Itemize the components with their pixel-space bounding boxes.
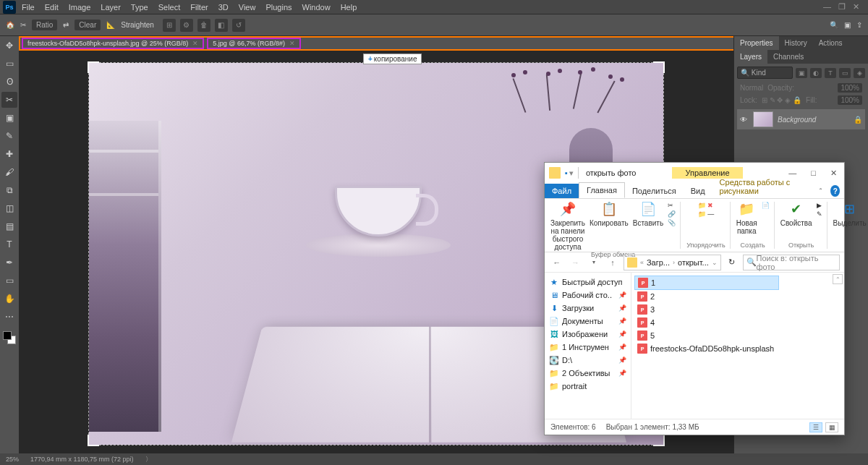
explorer-close-icon[interactable]: ✕ bbox=[827, 167, 840, 179]
layer-lock-icon[interactable]: 🔒 bbox=[854, 116, 862, 124]
tool-crop[interactable]: ✂ bbox=[1, 92, 17, 108]
sidebar-quick-access[interactable]: ★Быстрый доступ bbox=[545, 276, 631, 289]
menu-plugins[interactable]: Plugins bbox=[261, 1, 296, 13]
document-tab-2[interactable]: 5.jpg @ 66,7% (RGB/8#) ✕ bbox=[207, 38, 301, 49]
breadcrumb-bar[interactable]: « Загр... › открыт... ⌄ bbox=[624, 255, 721, 270]
nav-recent-icon[interactable]: ▾ bbox=[586, 255, 602, 270]
panel-tab-actions[interactable]: Actions bbox=[813, 36, 848, 50]
ribbon-newitem-button[interactable]: 📄 bbox=[762, 202, 770, 209]
opacity-value[interactable]: 100% bbox=[838, 83, 862, 93]
tool-more[interactable]: ⋯ bbox=[1, 309, 17, 325]
menu-window[interactable]: Window bbox=[298, 1, 335, 13]
share-icon[interactable]: ⇪ bbox=[856, 21, 862, 29]
tool-type[interactable]: T bbox=[1, 236, 17, 252]
ribbon-properties-button[interactable]: ✔Свойства bbox=[780, 202, 812, 227]
window-restore-icon[interactable]: ❐ bbox=[838, 2, 846, 12]
tool-healing[interactable]: ✚ bbox=[1, 146, 17, 162]
tool-marquee[interactable]: ▭ bbox=[1, 56, 17, 72]
zoom-value[interactable]: 25% bbox=[6, 456, 19, 463]
lock-icons[interactable]: ⊞ ✎ ✥ ◈ 🔒 bbox=[762, 96, 801, 104]
panel-tab-history[interactable]: History bbox=[779, 36, 813, 50]
explorer-tab-file[interactable]: Файл bbox=[545, 184, 579, 198]
tool-eyedropper[interactable]: ✎ bbox=[1, 128, 17, 144]
layer-filter-input[interactable]: 🔍 Kind bbox=[737, 67, 793, 79]
tool-frame[interactable]: ▣ bbox=[1, 110, 17, 126]
ribbon-open-button[interactable]: ▶ bbox=[817, 202, 822, 209]
menu-3d[interactable]: 3D bbox=[214, 1, 233, 13]
help-icon[interactable]: ? bbox=[830, 185, 840, 197]
crop-handle-bl[interactable] bbox=[88, 435, 99, 446]
tool-gradient[interactable]: ▤ bbox=[1, 218, 17, 234]
ribbon-copypath-button[interactable]: 🔗 bbox=[668, 210, 676, 218]
clear-button[interactable]: Clear bbox=[75, 20, 101, 30]
sidebar-downloads[interactable]: ⬇Загрузки📌 bbox=[545, 302, 631, 315]
ribbon-copy-button[interactable]: 📋Копировать bbox=[590, 202, 629, 227]
delete-cropped-icon[interactable]: 🗑 bbox=[197, 19, 210, 32]
close-tab-icon[interactable]: ✕ bbox=[289, 40, 295, 47]
crop-handle-tl[interactable] bbox=[88, 61, 99, 73]
ribbon-moveto-button[interactable]: 📁 ✖ bbox=[698, 202, 715, 209]
close-tab-icon[interactable]: ✕ bbox=[192, 40, 198, 47]
straighten-icon[interactable]: 📐 bbox=[106, 21, 115, 29]
ratio-dropdown[interactable]: Ratio bbox=[32, 20, 57, 30]
menu-filter[interactable]: Filter bbox=[186, 1, 212, 13]
file-item-6[interactable]: Pfreestocks-OfaDD5o8hpk-unsplash bbox=[634, 342, 779, 355]
file-explorer-window[interactable]: ▪ ▾ открыть фото Управление — □ ✕ Файл Г… bbox=[544, 162, 845, 435]
explorer-tab-share[interactable]: Поделиться bbox=[625, 184, 684, 198]
file-item-4[interactable]: P4 bbox=[634, 316, 779, 329]
document-tab-active[interactable]: freestocks-OfaDD5o8hpk-unsplash.jpg @ 25… bbox=[22, 38, 204, 49]
menu-select[interactable]: Select bbox=[154, 1, 185, 13]
ps-logo[interactable]: Ps bbox=[3, 1, 16, 14]
filter-image-icon[interactable]: ▣ bbox=[796, 68, 807, 78]
tool-lasso[interactable]: ʘ bbox=[1, 74, 17, 90]
ribbon-cut-button[interactable]: ✂ bbox=[668, 202, 676, 209]
layer-visibility-icon[interactable]: 👁 bbox=[740, 116, 749, 124]
menu-layer[interactable]: Layer bbox=[96, 1, 125, 13]
tool-eraser[interactable]: ◫ bbox=[1, 200, 17, 216]
sidebar-documents[interactable]: 📄Документы📌 bbox=[545, 315, 631, 328]
overlay-grid-icon[interactable]: ⊞ bbox=[163, 19, 176, 32]
scroll-up-icon[interactable]: ⌃ bbox=[833, 274, 843, 284]
explorer-tab-home[interactable]: Главная bbox=[579, 182, 625, 198]
view-icons-icon[interactable]: ▦ bbox=[825, 422, 838, 432]
menu-type[interactable]: Type bbox=[127, 1, 153, 13]
file-item-2[interactable]: P2 bbox=[634, 290, 779, 303]
panel-tab-channels[interactable]: Channels bbox=[767, 50, 809, 64]
sidebar-instruments[interactable]: 📁1 Инструмен📌 bbox=[545, 341, 631, 354]
menu-view[interactable]: View bbox=[234, 1, 260, 13]
search-icon[interactable]: 🔍 bbox=[830, 21, 838, 29]
crop-handle-tr[interactable] bbox=[653, 61, 665, 73]
ribbon-copyto-button[interactable]: 📁 — bbox=[698, 210, 715, 218]
ribbon-selectall-button[interactable]: ⊞Выделить bbox=[833, 202, 867, 227]
qat-icon[interactable]: ▪ bbox=[565, 168, 568, 177]
ribbon-pin-button[interactable]: 📌Закрепить на панели быстрого доступа bbox=[550, 202, 585, 251]
layer-row-background[interactable]: 👁 Background 🔒 bbox=[737, 109, 865, 129]
explorer-search-input[interactable]: 🔍 Поиск в: открыть фото bbox=[743, 255, 840, 270]
file-item-5[interactable]: P5 bbox=[634, 329, 779, 342]
refresh-icon[interactable]: ↻ bbox=[724, 255, 740, 270]
nav-up-icon[interactable]: ↑ bbox=[605, 255, 621, 270]
file-item-3[interactable]: P3 bbox=[634, 303, 779, 316]
explorer-tab-picture-tools[interactable]: Средства работы с рисунками bbox=[712, 175, 815, 198]
filter-adjust-icon[interactable]: ◐ bbox=[810, 68, 822, 78]
panel-tab-layers[interactable]: Layers bbox=[734, 50, 767, 64]
ribbon-edit-button[interactable]: ✎ bbox=[817, 210, 822, 218]
swap-icon[interactable]: ⇄ bbox=[63, 21, 69, 29]
menu-file[interactable]: File bbox=[17, 1, 39, 13]
menu-image[interactable]: Image bbox=[64, 1, 95, 13]
breadcrumb-item[interactable]: открыт... bbox=[678, 258, 709, 267]
menu-help[interactable]: Help bbox=[336, 1, 362, 13]
tool-pen[interactable]: ✒ bbox=[1, 255, 17, 270]
filter-shape-icon[interactable]: ▭ bbox=[839, 68, 851, 78]
tool-move[interactable]: ✥ bbox=[1, 38, 17, 54]
ribbon-shortcut-button[interactable]: 📎 bbox=[668, 219, 676, 226]
crop-handle-br[interactable] bbox=[653, 435, 665, 446]
sidebar-pictures[interactable]: 🖼Изображени📌 bbox=[545, 328, 631, 341]
tool-brush[interactable]: 🖌 bbox=[1, 164, 17, 180]
home-icon[interactable]: 🏠 bbox=[6, 21, 14, 29]
reset-crop-icon[interactable]: ↺ bbox=[232, 19, 245, 32]
sidebar-desktop[interactable]: 🖥Рабочий сто..📌 bbox=[545, 289, 631, 302]
nav-forward-icon[interactable]: → bbox=[568, 255, 584, 270]
window-minimize-icon[interactable]: — bbox=[823, 2, 831, 12]
sidebar-d-drive[interactable]: 💽D:\📌 bbox=[545, 354, 631, 367]
